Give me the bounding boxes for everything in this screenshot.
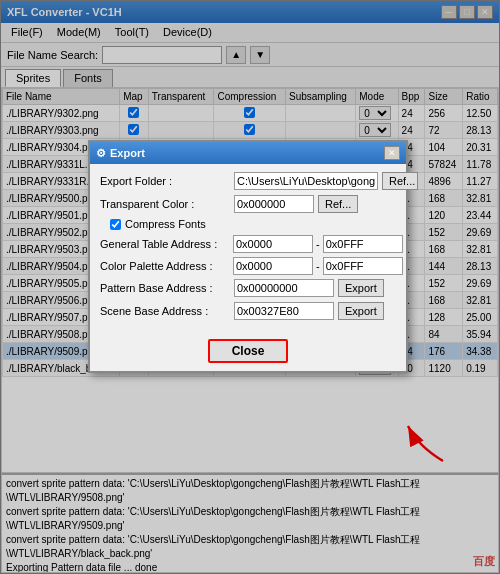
transparent-color-input[interactable] xyxy=(234,195,314,213)
color-palette-to-input[interactable] xyxy=(323,257,403,275)
color-palette-row: Color Palette Address : - xyxy=(100,257,396,275)
compress-fonts-label[interactable]: Compress Fonts xyxy=(125,218,206,230)
scene-base-row: Scene Base Address : Export xyxy=(100,302,396,320)
compress-fonts-row: Compress Fonts xyxy=(100,218,396,230)
dialog-title-bar: ⚙ Export ✕ xyxy=(90,142,406,164)
export-folder-row: Export Folder : Ref... xyxy=(100,172,396,190)
export-folder-ref-button[interactable]: Ref... xyxy=(382,172,418,190)
export-folder-label: Export Folder : xyxy=(100,175,230,187)
pattern-base-label: Pattern Base Address : xyxy=(100,282,230,294)
dash-2: - xyxy=(316,260,320,272)
dialog-close-x[interactable]: ✕ xyxy=(384,146,400,160)
dialog-body: Export Folder : Ref... Transparent Color… xyxy=(90,164,406,333)
pattern-base-row: Pattern Base Address : Export xyxy=(100,279,396,297)
color-palette-from-input[interactable] xyxy=(233,257,313,275)
transparent-color-ref-button[interactable]: Ref... xyxy=(318,195,358,213)
export-icon: ⚙ xyxy=(96,147,106,160)
compress-fonts-checkbox[interactable] xyxy=(110,219,121,230)
modal-overlay: ⚙ Export ✕ Export Folder : Ref... Transp… xyxy=(0,0,500,574)
pattern-export-button[interactable]: Export xyxy=(338,279,384,297)
pattern-base-input[interactable] xyxy=(234,279,334,297)
color-palette-label: Color Palette Address : xyxy=(100,260,230,272)
dialog-footer: Close xyxy=(90,333,406,371)
transparent-color-row: Transparent Color : Ref... xyxy=(100,195,396,213)
dash-1: - xyxy=(316,238,320,250)
transparent-color-label: Transparent Color : xyxy=(100,198,230,210)
general-table-label: General Table Address : xyxy=(100,238,230,250)
scene-base-label: Scene Base Address : xyxy=(100,305,230,317)
general-table-to-input[interactable] xyxy=(323,235,403,253)
export-folder-input[interactable] xyxy=(234,172,378,190)
export-dialog: ⚙ Export ✕ Export Folder : Ref... Transp… xyxy=(88,140,408,373)
dialog-title: ⚙ Export xyxy=(96,147,145,160)
scene-base-input[interactable] xyxy=(234,302,334,320)
general-table-from-input[interactable] xyxy=(233,235,313,253)
general-table-row: General Table Address : - xyxy=(100,235,396,253)
close-button[interactable]: Close xyxy=(208,339,288,363)
scene-export-button[interactable]: Export xyxy=(338,302,384,320)
